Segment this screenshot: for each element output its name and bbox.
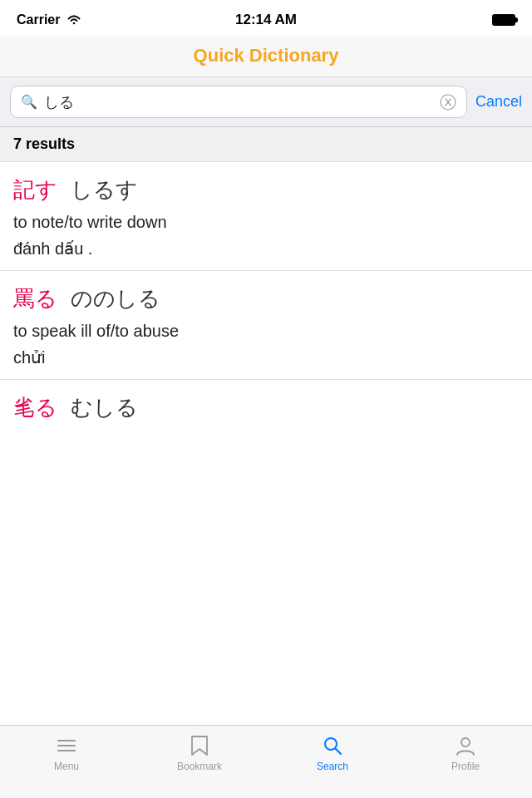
results-count: 7 results bbox=[13, 135, 75, 152]
svg-marker-3 bbox=[192, 736, 207, 755]
reading: むしる bbox=[71, 393, 138, 422]
bookmark-icon bbox=[188, 734, 211, 757]
search-tab-icon bbox=[321, 734, 344, 757]
search-input-wrapper[interactable]: 🔍 ⓧ bbox=[10, 86, 467, 118]
list-item[interactable]: 毟る むしる bbox=[0, 379, 532, 422]
battery-icon bbox=[492, 14, 515, 26]
reading: ののしる bbox=[71, 284, 160, 313]
word-line: 毟る むしる bbox=[13, 393, 519, 422]
main-content: Quick Dictionary 🔍 ⓧ Cancel 7 results 記す… bbox=[0, 37, 532, 725]
list-item[interactable]: 記す しるす to note/to write down đánh dấu . bbox=[0, 162, 532, 259]
results-list: 記す しるす to note/to write down đánh dấu . … bbox=[0, 162, 532, 725]
svg-line-5 bbox=[336, 749, 342, 755]
status-bar: Carrier 12:14 AM bbox=[0, 0, 532, 37]
word-line: 罵る ののしる bbox=[13, 284, 519, 313]
kanji: 罵る bbox=[13, 284, 57, 313]
definition-vi: chửi bbox=[13, 347, 519, 367]
reading: しるす bbox=[71, 175, 138, 204]
kanji: 毟る bbox=[13, 393, 57, 422]
tab-profile[interactable]: Profile bbox=[399, 734, 532, 772]
tab-search-label: Search bbox=[317, 761, 348, 772]
wifi-icon bbox=[66, 14, 81, 26]
carrier-info: Carrier bbox=[17, 12, 81, 27]
results-count-bar: 7 results bbox=[0, 127, 532, 162]
search-bar: 🔍 ⓧ Cancel bbox=[0, 77, 532, 127]
search-input[interactable] bbox=[44, 93, 433, 111]
word-line: 記す しるす bbox=[13, 175, 519, 204]
tab-profile-label: Profile bbox=[451, 761, 480, 772]
kanji: 記す bbox=[13, 175, 57, 204]
search-icon: 🔍 bbox=[21, 94, 37, 110]
profile-icon bbox=[454, 734, 477, 757]
tab-menu-label: Menu bbox=[54, 761, 79, 772]
status-right bbox=[492, 14, 515, 26]
tab-bookmark[interactable]: Bookmark bbox=[133, 734, 266, 772]
app-title: Quick Dictionary bbox=[194, 45, 339, 66]
tab-menu[interactable]: Menu bbox=[0, 734, 133, 772]
tab-bar: Menu Bookmark Search Profile bbox=[0, 725, 532, 798]
status-time: 12:14 AM bbox=[235, 12, 297, 28]
clear-button[interactable]: ⓧ bbox=[440, 94, 456, 111]
list-item[interactable]: 罵る ののしる to speak ill of/to abuse chửi bbox=[0, 270, 532, 367]
cancel-button[interactable]: Cancel bbox=[475, 93, 522, 111]
definition-en: to note/to write down bbox=[13, 213, 519, 232]
svg-point-6 bbox=[461, 738, 470, 746]
menu-icon bbox=[55, 734, 78, 757]
app-header: Quick Dictionary bbox=[0, 37, 532, 77]
definition-en: to speak ill of/to abuse bbox=[13, 322, 519, 341]
tab-search[interactable]: Search bbox=[266, 734, 399, 772]
definition-vi: đánh dấu . bbox=[13, 239, 519, 259]
carrier-label: Carrier bbox=[17, 12, 60, 27]
tab-bookmark-label: Bookmark bbox=[177, 761, 222, 772]
